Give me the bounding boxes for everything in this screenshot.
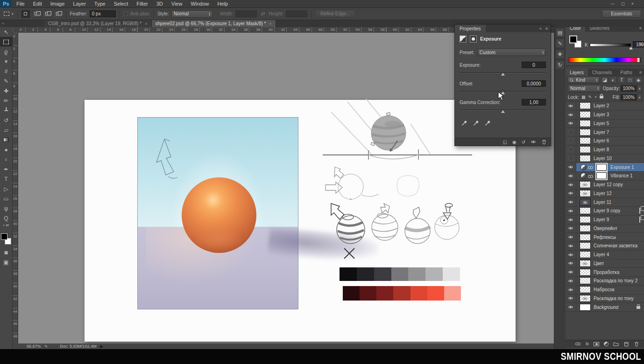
- tool-presets-panel-icon[interactable]: ❖: [555, 49, 565, 59]
- path-selection-tool[interactable]: ▷: [0, 184, 13, 194]
- subtract-from-selection-button[interactable]: [43, 10, 51, 18]
- gamma-slider[interactable]: [460, 109, 546, 113]
- quick-selection-tool[interactable]: ✶: [0, 56, 13, 66]
- close-tab-icon[interactable]: ×: [145, 21, 147, 26]
- tool-preset-picker[interactable]: ▾: [0, 8, 17, 20]
- layer-visibility-toggle[interactable]: [566, 172, 576, 180]
- dodge-tool[interactable]: ♀: [0, 154, 13, 164]
- height-input[interactable]: [286, 10, 307, 17]
- blur-tool[interactable]: ●: [0, 145, 13, 154]
- layer-thumbnail[interactable]: [580, 181, 591, 188]
- menu-window[interactable]: Window: [186, 0, 213, 8]
- layer-row[interactable]: Layer 3: [566, 111, 644, 119]
- layer-thumbnail[interactable]: [580, 251, 591, 258]
- layer-thumbnail[interactable]: [580, 234, 591, 241]
- layer-row[interactable]: Layer 12: [566, 189, 644, 198]
- tab-channels[interactable]: Channels: [588, 69, 616, 76]
- rectangle-tool[interactable]: ▭: [0, 194, 13, 203]
- style-dropdown[interactable]: Normal ▴▾: [171, 10, 212, 18]
- add-to-selection-button[interactable]: [32, 10, 41, 18]
- quick-mask-button[interactable]: ◙: [0, 247, 13, 257]
- menu-file[interactable]: File: [12, 0, 29, 8]
- layer-row[interactable]: Цвет: [566, 259, 644, 268]
- document-canvas[interactable]: [85, 100, 516, 342]
- restore-button[interactable]: ◻: [621, 0, 624, 8]
- layer-row[interactable]: Солнечная засветка: [566, 242, 644, 251]
- layer-thumbnail[interactable]: [580, 225, 591, 232]
- menu-help[interactable]: Help: [213, 0, 233, 8]
- filter-adjustment-layers-icon[interactable]: ◐: [609, 77, 617, 83]
- toggle-visibility-icon[interactable]: [531, 140, 536, 144]
- exposure-input[interactable]: 0: [522, 62, 546, 68]
- status-flyout-icon[interactable]: ▶: [100, 344, 103, 349]
- link-layers-icon[interactable]: [575, 342, 581, 346]
- filter-type-layers-icon[interactable]: T: [618, 77, 625, 83]
- new-selection-button[interactable]: [21, 10, 30, 18]
- new-group-icon[interactable]: [613, 342, 619, 346]
- tab-paths[interactable]: Paths: [616, 69, 637, 76]
- brush-panel-icon[interactable]: ✎: [555, 39, 565, 48]
- zoom-tool[interactable]: Q: [0, 213, 13, 223]
- document-tab[interactable]: CGB_intro.psd @ 33,3% (Layer 19, RGB/8) …: [44, 20, 152, 27]
- lock-position-icon[interactable]: +: [594, 95, 597, 99]
- menu-select[interactable]: Select: [110, 0, 133, 8]
- layer-thumbnail[interactable]: [580, 129, 591, 136]
- layer-thumbnail[interactable]: [580, 277, 591, 284]
- clone-source-panel-icon[interactable]: ↻: [555, 60, 565, 70]
- close-button[interactable]: ×: [631, 0, 634, 8]
- layer-visibility-toggle[interactable]: [566, 181, 576, 189]
- layer-row[interactable]: Раскладка по тону: [566, 294, 644, 303]
- hand-tool[interactable]: ψ: [0, 203, 13, 213]
- tab-layers[interactable]: Layers: [566, 69, 588, 76]
- layer-row[interactable]: Набросок: [566, 286, 644, 294]
- layer-row[interactable]: Layer 8: [566, 146, 644, 154]
- type-tool[interactable]: T: [0, 174, 13, 184]
- layer-thumbnail[interactable]: [580, 102, 591, 109]
- exposure-slider[interactable]: [460, 72, 546, 76]
- opacity-dropdown-icon[interactable]: ▾: [637, 85, 642, 91]
- feather-input[interactable]: 0 px: [90, 10, 116, 17]
- close-tab-icon[interactable]: ×: [269, 21, 271, 26]
- width-input[interactable]: [235, 10, 257, 17]
- layer-thumbnail[interactable]: [580, 146, 591, 153]
- toolbar-collapse-icon[interactable]: «: [2, 21, 4, 26]
- lock-all-icon[interactable]: [600, 96, 603, 98]
- gradient-tool[interactable]: [0, 135, 13, 145]
- workspace-switcher-button[interactable]: Essentials: [602, 10, 641, 18]
- opacity-value[interactable]: 100%: [621, 85, 637, 91]
- layer-thumbnail[interactable]: [580, 190, 591, 197]
- new-adjustment-layer-icon[interactable]: [604, 342, 609, 346]
- swap-dimensions-icon[interactable]: ⇄: [261, 11, 265, 17]
- layer-row[interactable]: Layer 5: [566, 119, 644, 128]
- clone-stamp-tool[interactable]: ┻: [0, 105, 13, 115]
- layer-thumbnail[interactable]: [580, 207, 591, 214]
- layer-mask-thumbnail[interactable]: [596, 172, 607, 179]
- brush-tool[interactable]: ✏: [0, 96, 13, 105]
- layer-row[interactable]: Рефлексы: [566, 233, 644, 242]
- layer-row[interactable]: Layer 12 copy: [566, 181, 644, 189]
- menu-type[interactable]: Type: [90, 0, 110, 8]
- layer-row[interactable]: Background: [566, 303, 644, 312]
- minimize-button[interactable]: —: [610, 0, 615, 8]
- layer-row[interactable]: Проработка: [566, 268, 644, 277]
- layer-row[interactable]: Layer 4: [566, 251, 644, 259]
- crop-tool[interactable]: #: [0, 66, 13, 76]
- layer-visibility-toggle[interactable]: [566, 251, 576, 259]
- new-layer-icon[interactable]: [623, 341, 629, 347]
- layer-row[interactable]: Layer 2: [566, 102, 644, 111]
- menu-view[interactable]: View: [167, 0, 187, 8]
- layer-visibility-toggle[interactable]: [566, 137, 576, 145]
- layer-visibility-toggle[interactable]: [566, 268, 576, 276]
- black-point-eyedropper-icon[interactable]: [461, 120, 467, 126]
- layer-thumbnail[interactable]: [580, 295, 591, 302]
- history-panel-icon[interactable]: ▤: [555, 28, 565, 37]
- gray-point-eyedropper-icon[interactable]: [473, 120, 479, 126]
- filter-shape-layers-icon[interactable]: □: [626, 77, 634, 83]
- panel-menu-icon[interactable]: ≡: [639, 69, 644, 76]
- layer-mask-icon[interactable]: [470, 35, 477, 42]
- menu-layer[interactable]: Layer: [69, 0, 90, 8]
- layer-visibility-toggle[interactable]: [566, 207, 576, 215]
- properties-tab[interactable]: Properties: [455, 25, 486, 32]
- filter-kind-dropdown[interactable]: Kind ▴▾: [567, 77, 600, 83]
- offset-input[interactable]: 0,0000: [522, 80, 546, 87]
